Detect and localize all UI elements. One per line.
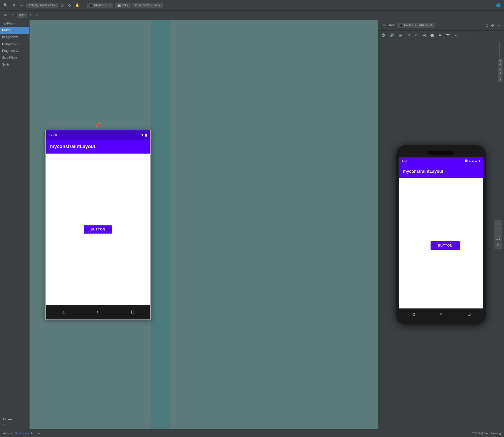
pixel-dropdown-icon: ▾ [109, 3, 111, 7]
api-label: 33 [122, 3, 126, 7]
red-strip [499, 42, 500, 58]
em-screenshot-btn[interactable]: 📷 [444, 32, 452, 38]
em-vol-up-btn[interactable]: 🔊 [388, 32, 396, 38]
pin-icon: 📌 [95, 122, 101, 127]
em-button[interactable]: BUTTON [431, 241, 460, 250]
attr-label-3[interactable]: tes [498, 76, 502, 82]
em-nav-recents-icon: □ [468, 312, 471, 317]
margin-pill[interactable]: 0dp [17, 13, 27, 18]
emulator-close-icon[interactable]: ✕ [429, 23, 432, 27]
device-icon: 📱 [399, 23, 403, 27]
globe-button[interactable]: 🌐 [495, 2, 502, 8]
battery-icon: ▮ [145, 133, 147, 137]
phone-notch-area [399, 149, 483, 157]
settings-button[interactable]: ⚙ [11, 2, 17, 8]
design-phone: 📌 12:00 ▼ ▮ myconstraintLayout BUTTON ◁ … [45, 130, 151, 320]
sidebar-item-fragmentc[interactable]: FragmentC... [0, 47, 29, 54]
close-btn[interactable]: — [496, 22, 501, 28]
pixel-pill[interactable]: 📱 Pixel 4 XL ▾ [87, 3, 113, 8]
main-area: TextView Button ImageView RecyclerVi... … [0, 20, 504, 429]
select-button[interactable]: ⊹ [67, 2, 72, 8]
em-vol-down-btn[interactable]: 🔉 [397, 32, 404, 38]
pan-button[interactable]: ✋ [74, 2, 81, 8]
em-nav-back-icon: ◁ [412, 312, 415, 317]
em-nav-bar: ◁ ○ □ [399, 308, 483, 320]
path-button[interactable]: ⌇ [28, 12, 33, 18]
sidebar-bottom-row: ⚙ — [2, 416, 27, 422]
sidebar-bottom: ⚙ — ⚠ [0, 414, 29, 429]
em-undo-btn[interactable]: ↩ [453, 32, 459, 38]
em-power-btn[interactable]: ⏻ [380, 32, 387, 38]
sidebar-item-textview[interactable]: TextView [0, 20, 29, 27]
left-sidebar: TextView Button ImageView RecyclerVi... … [0, 20, 29, 429]
zoom-fit-btn[interactable]: ⊡ [495, 242, 502, 249]
attr-label-1[interactable]: Attri [498, 58, 503, 67]
eye-button[interactable]: 👁 [2, 12, 9, 18]
search-button[interactable]: 🔍 [2, 2, 9, 8]
emulator-device-pill[interactable]: 📱 Pixel 4 XL API 29 ✕ [397, 23, 434, 28]
nav-home-icon: ○ [97, 309, 100, 315]
resize-handle: ⟋ [150, 419, 154, 424]
teal-divider [151, 20, 170, 429]
zoom-controls: + − 1:1 ⊡ [495, 220, 502, 249]
cursor-button[interactable]: ↖ [10, 12, 16, 18]
api-pill[interactable]: 🤖 33 ▾ [115, 3, 131, 8]
sidebar-item-scrollview[interactable]: ScrollView [0, 54, 29, 61]
bottom-bar: Actions Don't show for num CSDN @Ding Ji… [0, 429, 504, 437]
filename-pill[interactable]: activity_main.xml ▾ [26, 3, 58, 8]
canvas-area[interactable]: 📌 12:00 ▼ ▮ myconstraintLayout BUTTON ◁ … [29, 20, 378, 429]
zoom-out-btn[interactable]: − [495, 228, 502, 236]
design-app-bar: myconstraintLayout [46, 140, 150, 154]
margin-label: 0dp [19, 13, 24, 17]
em-app-bar: myconstraintLayout [399, 165, 483, 178]
em-app-title: myconstraintLayout [403, 169, 443, 174]
em-more-btn[interactable]: ⋮ [461, 32, 467, 38]
em-rotate-btn[interactable]: ↺ [406, 32, 412, 38]
nav-back-icon: ◁ [62, 309, 65, 315]
separator1 [84, 3, 84, 8]
sidebar-item-imageview[interactable]: ImageView [0, 34, 29, 41]
phone-screen: 6:51 🕐 LTE ▲ ▮ myconstraintLayout BUTTON [399, 157, 483, 320]
layers-button[interactable]: ⬡ [59, 2, 65, 8]
sidebar-item-button[interactable]: Button [0, 27, 29, 34]
zoom-in-btn[interactable]: + [495, 220, 502, 228]
minimize-button[interactable]: — [18, 2, 25, 8]
design-app-title: myconstraintLayout [50, 144, 95, 149]
design-button[interactable]: BUTTON [84, 225, 112, 234]
emulator-content: Attri Attri tes 6:51 🕐 [378, 40, 504, 429]
design-nav-bar: ◁ ○ □ [46, 305, 150, 319]
zoom-ratio-label: 1:1 [495, 236, 502, 241]
em-status-bar: 6:51 🕐 LTE ▲ ▮ [399, 157, 483, 165]
em-home-btn[interactable]: ⬤ [429, 32, 436, 38]
sidebar-item-switch[interactable]: Switch [0, 61, 29, 68]
emulator-header: Emulator: 📱 Pixel 4 XL API 29 ✕ □ ⚙ — [378, 20, 504, 31]
ruler-button[interactable]: ⊹ [34, 12, 40, 18]
em-stop-btn[interactable]: ■ [437, 32, 443, 38]
project-dropdown-icon: ▾ [159, 3, 160, 7]
em-status-time: 6:51 [402, 159, 408, 163]
minus-icon-btn[interactable]: — [8, 416, 12, 422]
nav-recents-icon: □ [131, 309, 134, 315]
em-lte-label: LTE [469, 159, 473, 162]
design-status-bar: 12:00 ▼ ▮ [46, 130, 150, 140]
phone-emulator: 6:51 🕐 LTE ▲ ▮ myconstraintLayout BUTTON [396, 145, 486, 324]
em-back-btn[interactable]: ◀ [421, 32, 427, 38]
em-content: BUTTON [399, 178, 483, 308]
csdn-label: CSDN @Ding Jiaxiong [472, 432, 501, 435]
design-phone-content: BUTTON [46, 154, 150, 305]
project-label: AndroidStudy [139, 3, 158, 7]
maximize-btn[interactable]: □ [485, 22, 489, 28]
align-button[interactable]: ⊤ [41, 12, 47, 18]
project-pill[interactable]: ⚙ AndroidStudy ▾ [132, 3, 163, 8]
bottom-info-text1: for [31, 432, 34, 435]
sidebar-item-recyclerview[interactable]: RecyclerVi... [0, 41, 29, 47]
bottom-dont-show-link[interactable]: Don't show [15, 432, 29, 435]
gear-icon-btn[interactable]: ⚙ [2, 416, 7, 422]
em-battery-icon: ▮ [478, 159, 480, 162]
em-orient-btn[interactable]: ⟳ [414, 32, 420, 38]
warning-icon: ⚠ [2, 423, 6, 427]
settings-btn[interactable]: ⚙ [490, 22, 495, 28]
bottom-actions-label: Actions [3, 432, 13, 435]
top-toolbar: 🔍 ⚙ — activity_main.xml ▾ ⬡ ⊹ ✋ 📱 Pixel … [0, 0, 504, 11]
attr-label-2[interactable]: Attri [498, 67, 503, 76]
